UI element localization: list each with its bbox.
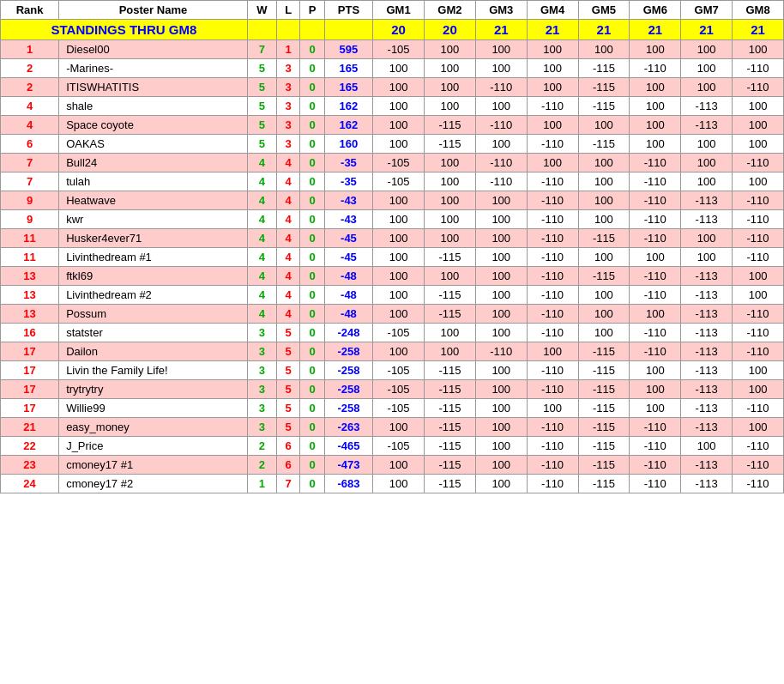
poster-name-cell: ITISWHATITIS [59, 78, 248, 97]
p-cell: 0 [300, 267, 324, 286]
gm3-cell: 100 [475, 210, 527, 229]
gm6-cell: -110 [630, 418, 681, 437]
gm8-cell: 100 [733, 267, 784, 286]
table-row: 23cmoney17 #1260-473100-115100-110-115-1… [1, 456, 784, 475]
gm6-cell: -110 [630, 342, 681, 361]
table-row: 1Diesel00710595-105100100100100100100100 [1, 40, 784, 59]
gm6-cell: 100 [630, 380, 681, 399]
w-cell: 4 [247, 173, 276, 191]
poster-name-cell: Livinthedream #2 [59, 286, 248, 305]
gm4-cell: -110 [527, 305, 578, 324]
gm2-cell: 100 [424, 324, 475, 342]
poster-name-cell: trytrytry [59, 380, 248, 399]
gm1-cell: 100 [373, 59, 425, 78]
w-cell: 5 [247, 59, 276, 78]
l-cell: 5 [277, 361, 300, 380]
gm4-cell: -110 [527, 191, 578, 210]
gm8-cell: -110 [733, 59, 784, 78]
gm5-cell: -115 [578, 59, 630, 78]
gm2-cell: 100 [424, 267, 475, 286]
w-cell: 5 [247, 78, 276, 97]
gm7-cell: -113 [681, 305, 733, 324]
pts-cell: -258 [324, 342, 372, 361]
gm8-cell: 100 [733, 173, 784, 191]
w-cell: 4 [247, 248, 276, 267]
gm7-cell: 100 [681, 173, 733, 191]
gm2-cell: 100 [424, 40, 475, 59]
gm7-cell: -113 [681, 380, 733, 399]
l-cell: 3 [277, 135, 300, 154]
pts-cell: -45 [324, 248, 372, 267]
gm8-cell: -110 [733, 154, 784, 173]
rank-cell: 13 [1, 267, 59, 286]
gm6-cell: -110 [630, 191, 681, 210]
table-row: 13Livinthedream #2440-48100-115100-11010… [1, 286, 784, 305]
poster-name-cell: ftkl69 [59, 267, 248, 286]
gm1-cell: 100 [373, 305, 425, 324]
gm4-cell: 100 [527, 78, 578, 97]
gm5-cell: -115 [578, 342, 630, 361]
gm7-cell: -113 [681, 361, 733, 380]
gm8-cell: -110 [733, 456, 784, 475]
gm8-cell: 100 [733, 97, 784, 116]
pts-cell: -465 [324, 437, 372, 456]
w-cell: 7 [247, 40, 276, 59]
gm5-cell: -115 [578, 437, 630, 456]
table-row: 2ITISWHATITIS530165100100-110100-1151001… [1, 78, 784, 97]
l-cell: 3 [277, 59, 300, 78]
gm4-cell: -110 [527, 229, 578, 248]
gm6-cell: 100 [630, 248, 681, 267]
gm1-cell: -105 [373, 399, 425, 418]
gm3-cell: 100 [475, 229, 527, 248]
gm2-cell: -115 [424, 305, 475, 324]
gm7-cell: -113 [681, 475, 733, 493]
gm3-cell: -110 [475, 78, 527, 97]
p-cell: 0 [300, 97, 324, 116]
table-row: 2-Marines-530165100100100100-115-110100-… [1, 59, 784, 78]
gm1-cell: -105 [373, 361, 425, 380]
poster-name-cell: -Marines- [59, 59, 248, 78]
poster-name-cell: shale [59, 97, 248, 116]
gm6-cell: 100 [630, 305, 681, 324]
gm7-header: GM7 [681, 1, 733, 20]
gm6-cell: 100 [630, 399, 681, 418]
rank-cell: 7 [1, 173, 59, 191]
gm2-cell: -115 [424, 380, 475, 399]
gm4-cell: -110 [527, 437, 578, 456]
rank-cell: 23 [1, 456, 59, 475]
gm1-cell: 100 [373, 210, 425, 229]
gm4-cell: -110 [527, 361, 578, 380]
gm7-cell: 100 [681, 59, 733, 78]
standings-gm2-val: 20 [424, 20, 475, 40]
gm8-cell: 100 [733, 380, 784, 399]
standings-row: STANDINGS THRU GM8 20 20 21 21 21 21 21 … [1, 20, 784, 40]
gm1-cell: -105 [373, 437, 425, 456]
gm7-cell: -113 [681, 97, 733, 116]
pts-cell: -258 [324, 399, 372, 418]
gm8-cell: 100 [733, 116, 784, 135]
gm8-cell: -110 [733, 305, 784, 324]
gm1-cell: 100 [373, 116, 425, 135]
gm2-cell: -115 [424, 456, 475, 475]
table-row: 16statster350-248-105100100-110100-110-1… [1, 324, 784, 342]
gm1-cell: -105 [373, 154, 425, 173]
gm4-cell: -110 [527, 475, 578, 493]
gm1-cell: 100 [373, 229, 425, 248]
w-cell: 3 [247, 324, 276, 342]
l-cell: 5 [277, 324, 300, 342]
w-cell: 4 [247, 210, 276, 229]
l-cell: 3 [277, 97, 300, 116]
standings-gm4-val: 21 [527, 20, 578, 40]
gm3-cell: 100 [475, 135, 527, 154]
poster-name-cell: Space coyote [59, 116, 248, 135]
table-row: 17Dailon350-258100100-110100-115-110-113… [1, 342, 784, 361]
l-cell: 4 [277, 248, 300, 267]
pts-cell: 595 [324, 40, 372, 59]
gm2-cell: 100 [424, 342, 475, 361]
standings-gm3-val: 21 [475, 20, 527, 40]
poster-name-cell: Heatwave [59, 191, 248, 210]
gm2-cell: 100 [424, 78, 475, 97]
p-cell: 0 [300, 248, 324, 267]
gm5-cell: 100 [578, 324, 630, 342]
gm8-cell: -110 [733, 248, 784, 267]
